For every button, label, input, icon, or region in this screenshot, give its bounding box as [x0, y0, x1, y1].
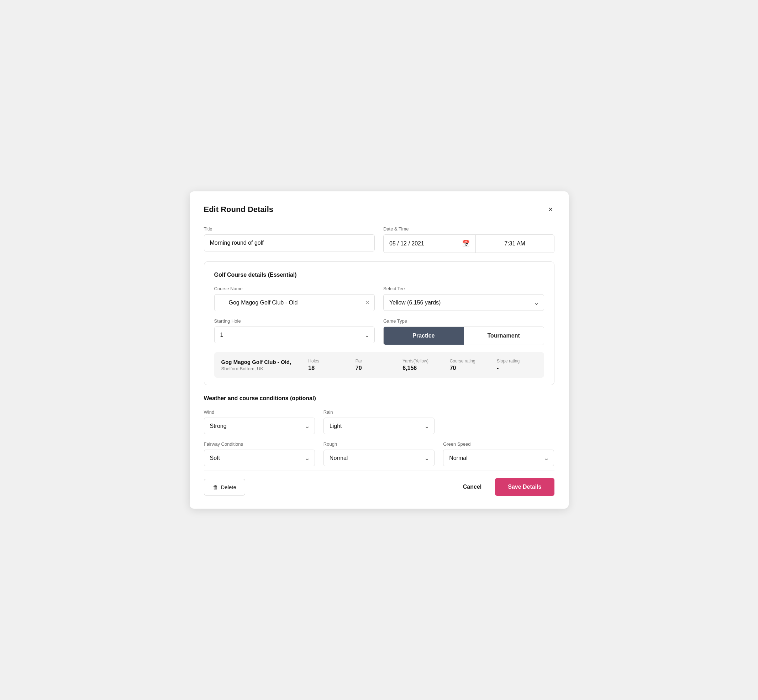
- rough-dropdown[interactable]: Normal: [324, 450, 434, 466]
- title-datetime-row: Title Date & Time 05 / 12 / 2021 📅 7:31 …: [204, 226, 554, 253]
- select-tee-group: Select Tee Yellow (6,156 yards) ⌄: [383, 286, 544, 311]
- close-button[interactable]: ×: [547, 204, 554, 215]
- course-rating-stat: Course rating 70: [443, 359, 490, 371]
- fairway-select-wrapper: Soft ⌄: [204, 450, 315, 466]
- trash-icon: 🗑: [213, 484, 218, 490]
- holes-value: 18: [308, 365, 315, 371]
- modal-title: Edit Round Details: [204, 205, 274, 214]
- course-name-input[interactable]: [214, 294, 375, 311]
- game-type-toggle: Practice Tournament: [383, 327, 544, 345]
- yards-stat: Yards(Yellow) 6,156: [395, 359, 442, 371]
- yards-label: Yards(Yellow): [402, 359, 429, 364]
- modal-header: Edit Round Details ×: [204, 204, 554, 215]
- footer-right-group: Cancel Save Details: [459, 478, 554, 496]
- wind-label: Wind: [204, 409, 315, 415]
- golf-course-section: Golf Course details (Essential) Course N…: [204, 261, 554, 385]
- green-speed-label: Green Speed: [443, 441, 554, 447]
- green-speed-dropdown[interactable]: Normal: [443, 450, 554, 466]
- time-field[interactable]: 7:31 AM: [476, 235, 554, 253]
- fairway-rough-green-row: Fairway Conditions Soft ⌄ Rough Normal ⌄: [204, 441, 554, 466]
- starting-hole-group: Starting Hole 1 ⌄: [214, 318, 375, 345]
- starting-hole-label: Starting Hole: [214, 318, 375, 324]
- course-rating-label: Course rating: [450, 359, 475, 364]
- course-info-name: Gog Magog Golf Club - Old,: [221, 359, 301, 365]
- tournament-button[interactable]: Tournament: [464, 327, 544, 345]
- rain-select-wrapper: Light ⌄: [324, 417, 434, 434]
- course-info-name-group: Gog Magog Golf Club - Old, Shelford Bott…: [221, 359, 301, 371]
- starting-hole-dropdown[interactable]: 1: [214, 327, 375, 343]
- course-info-location: Shelford Bottom, UK: [221, 366, 301, 371]
- wind-dropdown[interactable]: Strong: [204, 417, 315, 434]
- wind-select-wrapper: Strong ⌄: [204, 417, 315, 434]
- edit-round-modal: Edit Round Details × Title Date & Time 0…: [190, 191, 568, 509]
- fairway-label: Fairway Conditions: [204, 441, 315, 447]
- weather-section-title: Weather and course conditions (optional): [204, 395, 554, 402]
- par-label: Par: [356, 359, 362, 364]
- slope-rating-label: Slope rating: [497, 359, 520, 364]
- green-speed-select-wrapper: Normal ⌄: [443, 450, 554, 466]
- rough-select-wrapper: Normal ⌄: [324, 450, 434, 466]
- practice-button[interactable]: Practice: [384, 327, 464, 345]
- par-value: 70: [356, 365, 362, 371]
- date-field[interactable]: 05 / 12 / 2021 📅: [384, 235, 476, 253]
- wind-group: Wind Strong ⌄: [204, 409, 315, 434]
- date-value: 05 / 12 / 2021: [389, 241, 424, 247]
- rain-label: Rain: [324, 409, 434, 415]
- green-speed-group: Green Speed Normal ⌄: [443, 441, 554, 466]
- select-tee-dropdown[interactable]: Yellow (6,156 yards): [383, 294, 544, 311]
- rain-group: Rain Light ⌄: [324, 409, 434, 434]
- golf-section-title: Golf Course details (Essential): [214, 272, 544, 278]
- course-name-input-wrapper: 🔍 ✕: [214, 294, 375, 311]
- slope-rating-value: -: [497, 365, 498, 371]
- rough-group: Rough Normal ⌄: [324, 441, 434, 466]
- title-label: Title: [204, 226, 375, 231]
- datetime-label: Date & Time: [383, 226, 554, 231]
- rough-label: Rough: [324, 441, 434, 447]
- course-name-label: Course Name: [214, 286, 375, 291]
- calendar-icon: 📅: [462, 240, 470, 248]
- select-tee-wrapper: Yellow (6,156 yards) ⌄: [383, 294, 544, 311]
- delete-button[interactable]: 🗑 Delete: [204, 479, 245, 495]
- course-tee-row: Course Name 🔍 ✕ Select Tee Yellow (6,156…: [214, 286, 544, 311]
- starting-hole-wrapper: 1 ⌄: [214, 327, 375, 343]
- title-field-group: Title: [204, 226, 375, 253]
- course-rating-value: 70: [450, 365, 456, 371]
- title-input[interactable]: [204, 234, 375, 252]
- select-tee-label: Select Tee: [383, 286, 544, 291]
- date-time-group: 05 / 12 / 2021 📅 7:31 AM: [383, 234, 554, 253]
- fairway-group: Fairway Conditions Soft ⌄: [204, 441, 315, 466]
- cancel-button[interactable]: Cancel: [459, 479, 485, 495]
- par-stat: Par 70: [348, 359, 395, 371]
- save-button[interactable]: Save Details: [495, 478, 554, 496]
- course-info-bar: Gog Magog Golf Club - Old, Shelford Bott…: [214, 352, 544, 378]
- time-value: 7:31 AM: [504, 241, 525, 247]
- fairway-dropdown[interactable]: Soft: [204, 450, 315, 466]
- clear-icon[interactable]: ✕: [365, 299, 370, 306]
- modal-footer: 🗑 Delete Cancel Save Details: [204, 470, 554, 496]
- rain-dropdown[interactable]: Light: [324, 417, 434, 434]
- holes-label: Holes: [308, 359, 319, 364]
- holes-stat: Holes 18: [301, 359, 348, 371]
- delete-label: Delete: [221, 484, 236, 490]
- game-type-group: Game Type Practice Tournament: [383, 318, 544, 345]
- slope-rating-stat: Slope rating -: [490, 359, 537, 371]
- game-type-label: Game Type: [383, 318, 544, 324]
- hole-gametype-row: Starting Hole 1 ⌄ Game Type Practice Tou…: [214, 318, 544, 345]
- yards-value: 6,156: [402, 365, 417, 371]
- weather-section: Weather and course conditions (optional)…: [204, 395, 554, 466]
- datetime-field-group: Date & Time 05 / 12 / 2021 📅 7:31 AM: [383, 226, 554, 253]
- wind-rain-row: Wind Strong ⌄ Rain Light ⌄: [204, 409, 554, 434]
- course-name-group: Course Name 🔍 ✕: [214, 286, 375, 311]
